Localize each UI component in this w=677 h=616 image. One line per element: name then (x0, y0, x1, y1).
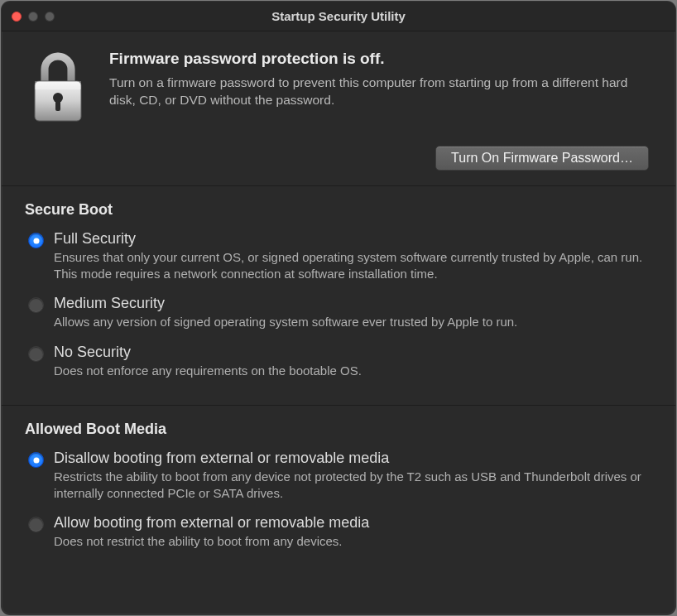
firmware-button-row: Turn On Firmware Password… (25, 142, 652, 171)
desc-disallow-external: Restricts the ability to boot from any d… (54, 469, 652, 501)
minimize-button[interactable] (28, 12, 38, 22)
firmware-description: Turn on a firmware password to prevent t… (109, 75, 652, 109)
option-full-security[interactable]: Full Security Ensures that only your cur… (25, 227, 652, 291)
firmware-text: Firmware password protection is off. Tur… (109, 50, 652, 124)
radio-disallow-external[interactable] (28, 452, 44, 468)
desc-full-security: Ensures that only your current OS, or si… (54, 249, 652, 282)
secure-boot-section: Secure Boot Full Security Ensures that o… (2, 186, 675, 406)
window-title: Startup Security Utility (2, 9, 675, 23)
zoom-button[interactable] (45, 12, 55, 22)
option-allow-external[interactable]: Allow booting from external or removable… (25, 511, 652, 560)
desc-no-security: Does not enforce any requirements on the… (54, 363, 652, 379)
firmware-row: Firmware password protection is off. Tur… (25, 50, 652, 124)
window-controls (12, 12, 55, 22)
label-medium-security: Medium Security (54, 295, 652, 312)
svg-rect-1 (35, 81, 81, 89)
firmware-password-section: Firmware password protection is off. Tur… (2, 31, 675, 186)
option-disallow-external[interactable]: Disallow booting from external or remova… (25, 446, 652, 511)
label-allow-external: Allow booting from external or removable… (54, 514, 652, 532)
svg-rect-3 (55, 98, 60, 111)
close-button[interactable] (12, 12, 22, 22)
label-disallow-external: Disallow booting from external or remova… (54, 450, 652, 467)
lock-icon (28, 50, 88, 124)
option-no-security[interactable]: No Security Does not enforce any require… (25, 340, 652, 389)
label-full-security: Full Security (54, 230, 652, 248)
label-no-security: No Security (54, 344, 652, 361)
radio-allow-external[interactable] (28, 517, 44, 532)
option-medium-security[interactable]: Medium Security Allows any version of si… (25, 291, 652, 340)
allowed-boot-media-heading: Allowed Boot Media (25, 421, 652, 438)
secure-boot-heading: Secure Boot (25, 201, 652, 219)
titlebar: Startup Security Utility (2, 2, 675, 31)
radio-medium-security[interactable] (28, 297, 44, 313)
firmware-heading: Firmware password protection is off. (109, 50, 652, 68)
turn-on-firmware-password-button[interactable]: Turn On Firmware Password… (435, 146, 649, 171)
startup-security-window: Startup Security Utility (2, 2, 675, 614)
allowed-boot-media-section: Allowed Boot Media Disallow booting from… (2, 406, 675, 576)
desc-allow-external: Does not restrict the ability to boot fr… (54, 533, 652, 550)
desc-medium-security: Allows any version of signed operating s… (54, 314, 652, 330)
radio-no-security[interactable] (28, 346, 44, 362)
radio-full-security[interactable] (28, 233, 44, 248)
content: Firmware password protection is off. Tur… (2, 31, 675, 614)
lock-icon-wrap (25, 50, 91, 124)
